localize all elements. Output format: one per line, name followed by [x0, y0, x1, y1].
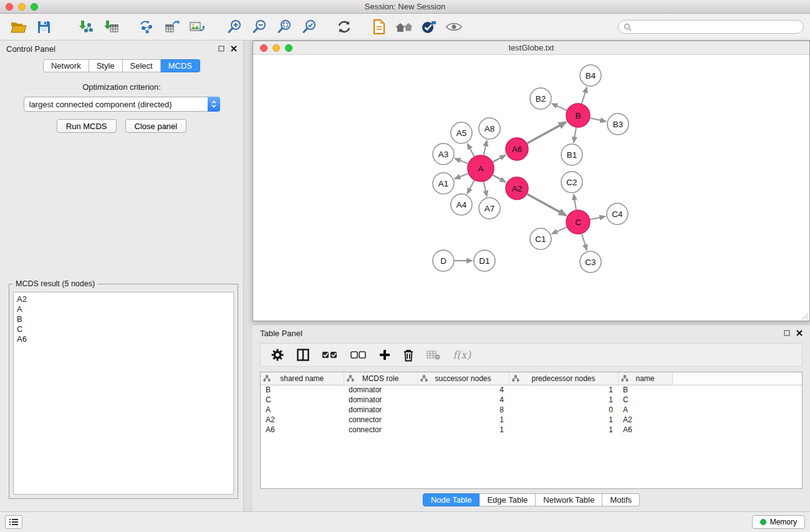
- table-row[interactable]: Cdominator41C: [261, 395, 802, 405]
- graph-node-A2[interactable]: A2: [506, 177, 528, 200]
- zoom-selected-button[interactable]: [297, 16, 322, 38]
- graph-edge-B-B3[interactable]: [591, 118, 606, 121]
- graph-edge-A-A7[interactable]: [484, 182, 487, 196]
- column-header-name[interactable]: name: [618, 372, 672, 385]
- network-minimize-button[interactable]: [272, 44, 280, 52]
- tab-mcds[interactable]: MCDS: [161, 59, 200, 72]
- export-table-button[interactable]: [160, 16, 185, 38]
- maximize-window-button[interactable]: [31, 3, 38, 11]
- graph-edge-C-C2[interactable]: [574, 195, 576, 210]
- graph-node-C2[interactable]: C2: [561, 172, 582, 193]
- resize-corner-handle[interactable]: [801, 312, 809, 320]
- graph-node-C3[interactable]: C3: [580, 251, 601, 273]
- graph-node-B3[interactable]: B3: [607, 114, 629, 135]
- deselect-all-button[interactable]: [350, 351, 367, 359]
- open-session-button[interactable]: [6, 16, 31, 38]
- close-table-panel-button[interactable]: [796, 330, 803, 336]
- tab-node-table[interactable]: Node Table: [423, 493, 480, 506]
- table-row[interactable]: A2connector11A2: [261, 415, 802, 425]
- table-row[interactable]: Adominator80A: [261, 405, 802, 415]
- float-table-panel-button[interactable]: [784, 330, 790, 336]
- minimize-window-button[interactable]: [18, 3, 26, 11]
- graph-node-B2[interactable]: B2: [530, 88, 551, 109]
- tab-network-table[interactable]: Network Table: [536, 493, 602, 506]
- import-table-button[interactable]: [99, 16, 123, 38]
- graph-node-A[interactable]: A: [468, 155, 494, 181]
- graph-node-D1[interactable]: D1: [474, 250, 495, 271]
- graph-node-A3[interactable]: A3: [433, 143, 454, 165]
- tab-edge-table[interactable]: Edge Table: [480, 493, 536, 506]
- criterion-dropdown[interactable]: largest connected component (directed): [24, 97, 220, 112]
- home-button[interactable]: [392, 16, 417, 38]
- graph-node-A5[interactable]: A5: [451, 122, 472, 143]
- function-builder-button[interactable]: f(x): [453, 349, 471, 361]
- result-item[interactable]: A2: [17, 294, 230, 304]
- check-badge-button[interactable]: [417, 16, 441, 38]
- search-field[interactable]: [618, 20, 804, 34]
- result-item[interactable]: A6: [17, 334, 230, 344]
- column-header-predecessor-nodes[interactable]: predecessor nodes: [509, 372, 618, 385]
- graph-edge-A-A4[interactable]: [467, 180, 474, 193]
- node-table[interactable]: shared nameMCDS rolesuccessor nodesprede…: [260, 372, 803, 489]
- result-item[interactable]: A: [17, 304, 230, 314]
- export-image-button[interactable]: [185, 16, 210, 38]
- table-settings-button[interactable]: [271, 348, 284, 362]
- graph-node-A7[interactable]: A7: [479, 198, 500, 219]
- show-columns-button[interactable]: [297, 349, 309, 361]
- add-column-button[interactable]: [379, 349, 390, 360]
- tab-select[interactable]: Select: [123, 59, 161, 72]
- task-history-button[interactable]: [5, 515, 22, 529]
- close-panel-button[interactable]: [231, 46, 237, 52]
- float-panel-button[interactable]: [218, 46, 224, 52]
- graph-node-A6[interactable]: A6: [506, 138, 528, 160]
- graph-edge-B-B1[interactable]: [574, 128, 576, 142]
- network-maximize-button[interactable]: [285, 44, 292, 52]
- graph-node-B1[interactable]: B1: [561, 144, 582, 165]
- table-row[interactable]: A6connector11A6: [261, 425, 802, 435]
- graph-node-D[interactable]: D: [433, 250, 454, 271]
- graph-edge-A-A3[interactable]: [455, 158, 468, 163]
- network-canvas[interactable]: B4B2BB3A5A8A6B1A3AC2A1A2A4A7C4CC1C3DD1: [253, 55, 809, 321]
- eye-button[interactable]: [441, 16, 466, 38]
- graph-node-A1[interactable]: A1: [433, 173, 454, 194]
- graph-edge-A2-C[interactable]: [528, 194, 566, 215]
- tab-motifs[interactable]: Motifs: [602, 493, 640, 506]
- tab-style[interactable]: Style: [89, 59, 123, 72]
- search-input[interactable]: [635, 22, 798, 31]
- graph-node-C[interactable]: C: [566, 210, 590, 234]
- graph-edge-A6-B[interactable]: [528, 122, 566, 143]
- graph-edge-A-A2[interactable]: [493, 175, 505, 182]
- save-session-button[interactable]: [31, 16, 56, 38]
- graph-edge-C-C3[interactable]: [582, 234, 587, 250]
- graph-edge-A-A6[interactable]: [493, 155, 505, 162]
- graph-edge-C-C1[interactable]: [552, 227, 567, 234]
- zoom-fit-button[interactable]: [272, 16, 297, 38]
- graph-node-C1[interactable]: C1: [530, 228, 551, 249]
- zoom-out-button[interactable]: [247, 16, 272, 38]
- memory-button[interactable]: Memory: [752, 515, 805, 529]
- graph-edge-B-B4[interactable]: [582, 87, 587, 104]
- graph-node-A8[interactable]: A8: [479, 118, 500, 139]
- graph-node-C4[interactable]: C4: [607, 203, 628, 225]
- graph-edge-A-A1[interactable]: [455, 173, 468, 178]
- graph-node-B[interactable]: B: [566, 104, 590, 127]
- import-network-button[interactable]: [74, 16, 99, 38]
- close-window-button[interactable]: [6, 3, 13, 11]
- tab-network[interactable]: Network: [43, 59, 89, 72]
- result-item[interactable]: C: [17, 324, 230, 334]
- run-mcds-button[interactable]: Run MCDS: [57, 119, 117, 133]
- export-network-button[interactable]: [135, 16, 160, 38]
- network-close-button[interactable]: [260, 44, 268, 52]
- delete-table-button[interactable]: [427, 350, 440, 360]
- delete-column-button[interactable]: [403, 349, 414, 362]
- refresh-button[interactable]: [332, 16, 357, 38]
- zoom-in-button[interactable]: [222, 16, 247, 38]
- open-document-button[interactable]: [367, 16, 392, 38]
- graph-node-B4[interactable]: B4: [580, 65, 601, 86]
- table-row[interactable]: Bdominator41B: [261, 385, 802, 395]
- graph-edge-B-B2[interactable]: [552, 104, 567, 110]
- column-header-MCDS-role[interactable]: MCDS role: [344, 372, 417, 385]
- column-header-successor-nodes[interactable]: successor nodes: [417, 372, 509, 385]
- select-all-button[interactable]: [322, 351, 338, 359]
- graph-edge-A-A5[interactable]: [468, 144, 475, 157]
